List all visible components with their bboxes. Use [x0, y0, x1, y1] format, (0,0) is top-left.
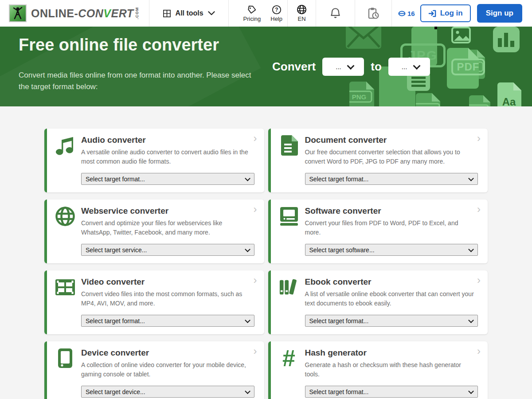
hero-banner: JPG XLS PDF	[0, 27, 532, 106]
bar-chart-icon	[493, 27, 520, 52]
brand-logo[interactable]: ONLINE-CONVERT .COM	[0, 4, 149, 22]
quick-convert-bar: Convert ... to ...	[272, 58, 430, 76]
books-icon	[279, 277, 299, 297]
all-tools-label: All tools	[176, 9, 203, 17]
svg-text:PNG: PNG	[352, 93, 367, 101]
card-title: Ebook converter	[305, 277, 372, 287]
target-select-wrap: Select target format...	[305, 386, 478, 398]
main-content: Audio converter A versatile online audio…	[0, 106, 532, 399]
brand-dash: -	[74, 7, 78, 20]
font-file-icon: Aa	[497, 82, 521, 106]
globe-icon	[297, 4, 307, 15]
converter-card[interactable]: Document converter Our free document con…	[268, 129, 488, 192]
card-description: Convert your files from PDF to Word, PDF…	[305, 219, 476, 237]
globe-icon	[55, 206, 75, 227]
png-file-icon: PNG	[349, 82, 374, 106]
pricing-link[interactable]: Pricing	[239, 5, 266, 22]
login-icon	[428, 10, 437, 17]
coin-icon	[398, 11, 406, 16]
card-title: Hash generator	[305, 348, 367, 358]
card-description: A versatile online audio converter to co…	[81, 148, 252, 166]
computer-icon	[279, 206, 299, 227]
login-label: Log in	[440, 9, 463, 18]
brand-part1: ONLINE	[31, 7, 74, 20]
login-button[interactable]: Log in	[420, 4, 471, 22]
brand-part2c: ERT	[111, 7, 134, 20]
notifications-button[interactable]	[316, 0, 355, 27]
source-format-select-wrap: ...	[322, 58, 364, 76]
target-select[interactable]: Select target format...	[81, 315, 254, 327]
brand-part2a: CON	[78, 7, 103, 20]
card-title: Video converter	[81, 277, 145, 287]
chevron-right-icon: ›	[477, 204, 481, 215]
target-select-wrap: Select target device...	[81, 386, 254, 398]
price-tag-icon	[247, 5, 257, 15]
logo-figure-icon	[9, 4, 27, 22]
chevron-right-icon: ›	[254, 204, 257, 215]
grid-icon	[163, 9, 171, 18]
to-label: to	[371, 60, 382, 74]
card-description: A collection of online video converter f…	[81, 360, 252, 379]
history-button[interactable]	[355, 0, 391, 27]
page: ONLINE-CONVERT .COM All tools Pricing	[0, 0, 532, 399]
target-select[interactable]: Select target software...	[305, 244, 478, 256]
converter-card[interactable]: Video converter Convert video files into…	[44, 270, 264, 334]
card-title: Audio converter	[81, 135, 146, 145]
svg-text:?: ?	[275, 7, 278, 13]
card-title: Device converter	[81, 348, 149, 358]
navbar: ONLINE-CONVERT .COM All tools Pricing	[0, 0, 532, 27]
card-description: A list of versatile online ebook convert…	[305, 289, 476, 308]
converter-card[interactable]: Device converter A collection of online …	[44, 341, 264, 399]
chevron-right-icon: ›	[254, 275, 257, 286]
credits-counter[interactable]: 16	[392, 10, 420, 17]
language-label: EN	[297, 16, 305, 22]
chevron-right-icon: ›	[477, 275, 481, 286]
help-link[interactable]: ? Help	[266, 5, 287, 22]
converter-card[interactable]: Ebook converter A list of versatile onli…	[268, 270, 488, 334]
card-title: Software converter	[305, 206, 381, 216]
target-select[interactable]: Select target format...	[305, 173, 478, 185]
pdf-badge: PDF	[451, 59, 485, 75]
source-format-select[interactable]: ...	[322, 58, 364, 76]
image-file-icon	[451, 27, 471, 43]
converter-card[interactable]: Software converter Convert your files fr…	[268, 200, 488, 263]
tablet-icon	[55, 348, 75, 368]
film-icon	[55, 277, 75, 297]
signup-label: Sign up	[486, 9, 513, 17]
chevron-right-icon: ›	[254, 346, 257, 356]
page-subtitle: Convert media files online from one form…	[19, 70, 262, 93]
hash-icon: #	[279, 348, 299, 368]
all-tools-menu[interactable]: All tools	[149, 9, 228, 18]
target-select-wrap: Select target software...	[305, 244, 478, 256]
tiff-file-icon: TIFF	[469, 95, 490, 106]
bell-icon	[329, 7, 341, 20]
jumping-man-icon	[12, 7, 23, 20]
target-select[interactable]: Select target format...	[81, 173, 254, 185]
target-select[interactable]: Select target format...	[305, 315, 478, 327]
converter-card[interactable]: Webservice converter Convert and optimiz…	[44, 200, 264, 263]
envelope-icon	[346, 27, 381, 49]
pricing-label: Pricing	[243, 16, 261, 22]
card-description: Convert and optimize your files for webs…	[81, 219, 252, 237]
credits-value: 16	[407, 10, 415, 17]
clipboard-clock-icon	[367, 7, 380, 20]
card-title: Webservice converter	[81, 206, 168, 216]
signup-button[interactable]: Sign up	[477, 4, 522, 23]
target-select[interactable]: Select target service...	[81, 244, 254, 256]
target-format-select[interactable]: ...	[388, 58, 430, 76]
target-select-wrap: Select target format...	[81, 173, 254, 185]
brand-tld: .COM	[135, 7, 139, 20]
target-select[interactable]: Select target format...	[305, 386, 478, 398]
target-select[interactable]: Select target device...	[81, 386, 254, 398]
docx-file-icon: DOCX	[416, 93, 440, 106]
page-title: Free online file converter	[19, 35, 219, 55]
converter-card[interactable]: Audio converter A versatile online audio…	[44, 129, 264, 192]
converter-card[interactable]: # Hash generator Generate a hash or chec…	[268, 341, 488, 399]
card-description: Generate a hash or checksum with these h…	[305, 360, 476, 379]
svg-text:DOCX: DOCX	[419, 106, 434, 106]
chevron-right-icon: ›	[477, 133, 481, 144]
target-select-wrap: Select target format...	[305, 173, 478, 185]
language-selector[interactable]: EN	[288, 4, 316, 22]
brand-wordmark: ONLINE-CONVERT .COM	[31, 7, 139, 20]
card-title: Document converter	[305, 135, 387, 145]
